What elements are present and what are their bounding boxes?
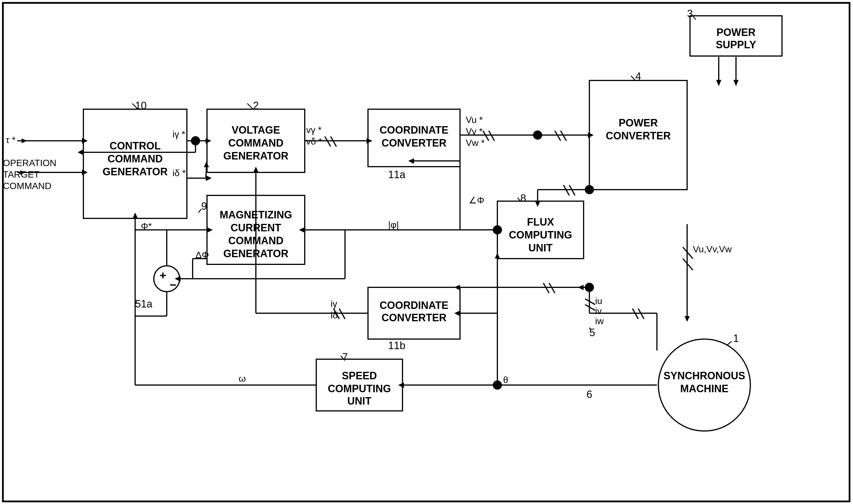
speed-label2: COMPUTING: [328, 383, 391, 395]
ref-7: 7: [342, 351, 348, 363]
phi-star-label: Φ*: [141, 221, 152, 231]
control-command-generator-label2: COMMAND: [108, 153, 163, 165]
voltage-command-generator-label3: GENERATOR: [224, 150, 289, 162]
vv-star-label: Vv *: [466, 126, 483, 137]
phi-magnitude-label: |φ|: [388, 219, 399, 230]
operation-label3: COMMAND: [3, 181, 51, 191]
ref-8: 8: [520, 192, 526, 204]
coord-top-label1: COORDINATE: [379, 124, 448, 136]
svg-line-18: [206, 167, 207, 178]
power-converter-label2: CONVERTER: [606, 130, 671, 142]
delta-phi-label: ΔΦ: [195, 250, 209, 260]
speed-label1: SPEED: [342, 370, 377, 382]
control-command-generator-label3: GENERATOR: [103, 166, 168, 178]
idelta-star-label: iδ *: [173, 168, 186, 178]
power-converter-label1: POWER: [619, 117, 658, 129]
vu-vv-vw-label: Vu,Vv,Vw: [693, 244, 732, 254]
plus-sign: +: [160, 269, 166, 282]
speed-label3: UNIT: [347, 395, 371, 407]
coord-top-label2: CONVERTER: [381, 137, 446, 149]
ref-10: 10: [135, 100, 147, 111]
ref-4: 4: [635, 70, 641, 82]
tau-star-label: τ *: [6, 135, 16, 145]
voltage-command-generator-label2: COMMAND: [228, 137, 283, 149]
vgamma-star-label: vγ *: [306, 125, 321, 135]
operation-label1: OPERATION: [3, 158, 56, 168]
igamma-label: iγ: [331, 299, 337, 309]
sync-label2: MACHINE: [680, 383, 729, 395]
coord-bottom-label1: COORDINATE: [379, 300, 448, 311]
ref-3: 3: [687, 8, 693, 20]
control-command-generator-label: CONTROL: [109, 140, 161, 152]
ref-51a: 51a: [135, 298, 153, 310]
ref-6: 6: [586, 389, 592, 400]
voltage-command-generator-label1: VOLTAGE: [232, 124, 280, 136]
igamma-star-label: iγ *: [173, 129, 185, 139]
iu-iv-iw-label: iu: [595, 296, 602, 306]
flux-label1: FLUX: [527, 216, 554, 228]
sync-label1: SYNCHRONOUS: [663, 370, 745, 382]
coord-bottom-label2: CONVERTER: [381, 312, 446, 324]
omega-label: ω: [238, 373, 246, 383]
ref-1: 1: [733, 332, 739, 344]
vu-star-label: Vu *: [466, 115, 483, 125]
iw-label: iw: [595, 316, 604, 326]
power-supply-label2: SUPPLY: [716, 39, 757, 51]
diagram-container: CONTROL COMMAND GENERATOR 10 VOLTAGE COM…: [0, 0, 853, 504]
power-supply-label1: POWER: [716, 26, 756, 38]
ref-11b: 11b: [388, 340, 405, 352]
flux-label3: UNIT: [529, 242, 553, 254]
minus-sign: −: [170, 278, 176, 291]
angle-phi-label: ∠Φ: [468, 195, 484, 205]
ref-2: 2: [253, 100, 259, 111]
idelta-label: iδ: [331, 310, 338, 320]
flux-label2: COMPUTING: [509, 229, 572, 241]
vdelta-star-label: vδ *: [306, 136, 322, 146]
ref-9: 9: [201, 200, 207, 212]
iv-label: iv: [595, 306, 602, 316]
vw-star-label: Vw *: [466, 138, 485, 148]
theta-label: θ: [503, 375, 508, 385]
ref-11a: 11a: [388, 169, 406, 180]
